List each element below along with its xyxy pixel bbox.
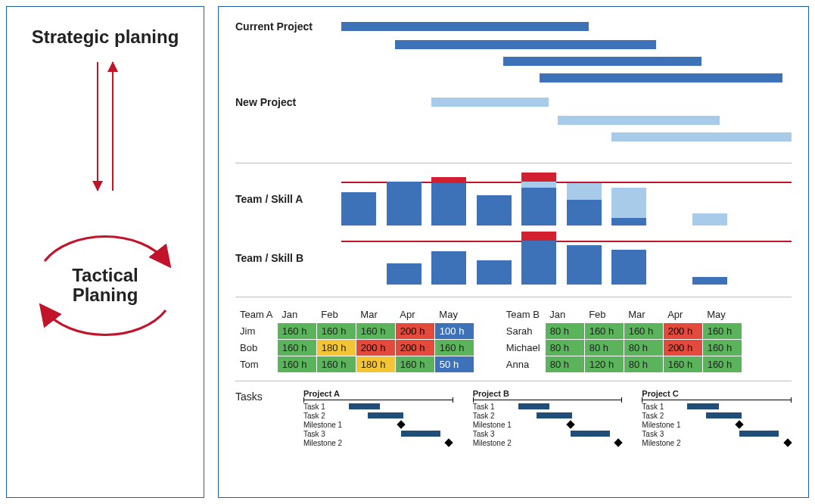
hours-cell: 50 h	[434, 356, 474, 373]
skill-row: Team / Skill A	[235, 173, 792, 226]
mini-gantt-title: Project C	[642, 389, 792, 398]
skill-segment-light	[692, 213, 727, 226]
mini-task-bar	[739, 431, 779, 437]
mini-task-label: Task 1	[642, 403, 687, 411]
person-name: Bob	[235, 340, 277, 356]
gantt-row-label: Current Project	[235, 20, 341, 33]
skill-segment-dark	[567, 245, 602, 285]
skill-label: Team / Skill A	[235, 193, 341, 205]
skill-column	[477, 195, 512, 226]
hours-cell: 80 h	[624, 340, 663, 356]
mini-gantt-row: Task 1	[473, 402, 623, 411]
mini-task-label: Task 3	[642, 430, 687, 438]
mini-gantt-row: Task 1	[303, 402, 453, 411]
mini-task-label: Milestone 1	[642, 421, 687, 429]
skill-column	[431, 177, 466, 226]
skill-segment-over	[431, 177, 466, 183]
table-row: Bob160 h180 h200 h200 h160 h	[235, 340, 474, 356]
hours-cell: 80 h	[545, 340, 584, 356]
skill-column	[567, 245, 602, 285]
hours-cell: 160 h	[356, 323, 395, 340]
skill-column	[387, 263, 421, 285]
hours-cell: 160 h	[277, 340, 316, 356]
heat-table: Team AJanFebMarAprMayJim160 h160 h160 h2…	[235, 306, 474, 373]
milestone-icon	[783, 438, 792, 446]
gantt-timeline	[341, 73, 792, 82]
gantt-bar	[558, 116, 720, 125]
left-panel: Strategic planing Tactical Planing Tacti…	[6, 6, 204, 498]
skill-segment-over	[521, 173, 556, 182]
hours-cell: 200 h	[395, 323, 434, 340]
mini-track	[349, 431, 453, 437]
hours-cell: 180 h	[356, 356, 395, 373]
skill-column	[611, 188, 646, 226]
hours-cell: 200 h	[663, 340, 702, 356]
hours-cell: 160 h	[434, 340, 474, 356]
mini-task-bar	[706, 412, 742, 418]
hours-cell: 80 h	[584, 340, 624, 356]
mini-task-bar	[518, 403, 549, 409]
hours-cell: 200 h	[663, 323, 702, 340]
month-header: May	[702, 306, 742, 323]
mini-gantt-row: Task 3	[303, 429, 453, 438]
mini-gantt-row: Milestone 2	[642, 438, 792, 447]
mini-gantt-row: Task 2	[642, 411, 792, 420]
hours-cell: 160 h	[277, 356, 316, 373]
mini-gantt-row: Task 2	[303, 411, 453, 420]
mini-track	[687, 422, 792, 428]
skill-column	[611, 250, 646, 285]
table-row: Sarah80 h160 h160 h200 h160 h	[502, 323, 742, 340]
hours-cell: 80 h	[545, 323, 584, 340]
gantt-timeline	[341, 57, 792, 66]
skill-segment-dark	[341, 192, 376, 226]
arrow-up-icon	[112, 62, 114, 191]
skill-chart	[341, 232, 792, 285]
mini-task-label: Task 1	[303, 403, 349, 411]
skill-segment-dark	[611, 250, 646, 285]
mini-task-bar	[571, 431, 610, 437]
skill-column	[692, 277, 727, 285]
hours-cell: 160 h	[702, 323, 742, 340]
mini-track	[687, 440, 792, 446]
gantt-bar	[540, 73, 782, 82]
hours-cell: 160 h	[702, 340, 742, 356]
milestone-icon	[444, 438, 453, 446]
gantt-row	[235, 132, 792, 142]
person-name: Jim	[235, 323, 277, 340]
gantt-row	[235, 73, 792, 82]
skill-segment-dark	[611, 218, 646, 226]
arrow-down-icon	[97, 62, 98, 191]
skill-segment-light	[567, 183, 602, 200]
gantt-timeline	[341, 98, 792, 107]
person-name: Tom	[235, 356, 277, 373]
gantt-bar	[395, 40, 656, 49]
mini-task-label: Task 2	[473, 412, 518, 420]
mini-task-label: Milestone 2	[642, 439, 687, 447]
mini-track	[518, 422, 623, 428]
milestone-icon	[397, 420, 405, 428]
tactical-title-line2: Planing	[73, 285, 138, 305]
mini-gantt-row: Task 2	[473, 411, 623, 420]
capacity-line	[341, 241, 792, 242]
skill-column	[521, 232, 556, 285]
mini-task-bar	[349, 403, 380, 409]
gantt-bar	[611, 132, 792, 142]
skill-column	[431, 251, 466, 285]
mini-task-label: Task 3	[473, 430, 518, 438]
skill-segment-dark	[431, 183, 466, 226]
month-header: Apr	[395, 306, 434, 323]
mini-track	[349, 412, 453, 418]
gantt-bar	[431, 98, 549, 107]
mini-track	[349, 422, 453, 428]
skill-chart	[341, 173, 792, 226]
mini-gantt-rule	[473, 400, 623, 400]
heat-table: Team BJanFebMarAprMaySarah80 h160 h160 h…	[502, 306, 742, 373]
hours-cell: 160 h	[277, 323, 316, 340]
mini-gantt-row: Milestone 2	[473, 438, 623, 447]
mini-gantt-title: Project B	[473, 389, 623, 398]
month-header: Jan	[277, 306, 316, 323]
gantt-row-label: New Project	[235, 96, 341, 108]
mini-task-label: Task 1	[473, 403, 518, 411]
skill-row: Team / Skill B	[235, 232, 792, 285]
mini-track	[518, 403, 623, 409]
